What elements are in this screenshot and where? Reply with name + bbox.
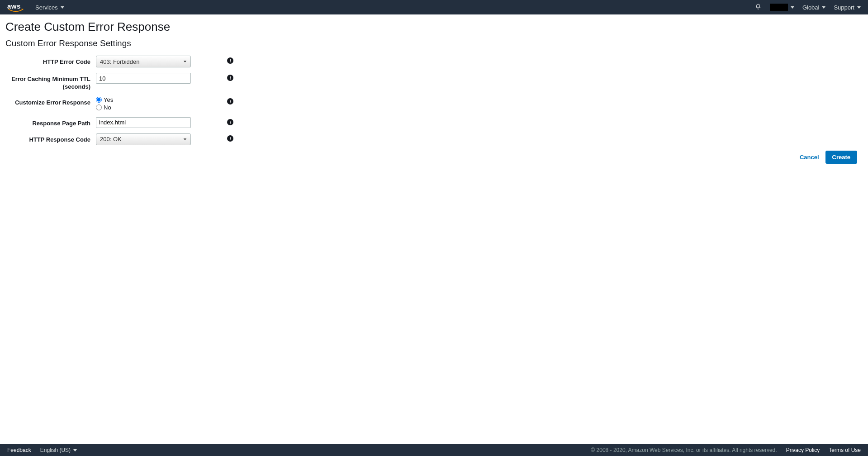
account-name-redacted: [770, 4, 788, 11]
customize-yes-radio[interactable]: [96, 97, 102, 103]
label-http-error-code: HTTP Error Code: [5, 56, 96, 66]
header-left: aws Services: [7, 2, 64, 12]
cancel-button[interactable]: Cancel: [800, 154, 819, 161]
info-icon[interactable]: i: [227, 135, 233, 142]
header-right: Global Support: [754, 3, 861, 12]
aws-logo[interactable]: aws: [7, 2, 24, 12]
info-icon[interactable]: i: [227, 57, 233, 64]
svg-text:i: i: [230, 119, 231, 124]
account-menu[interactable]: [770, 4, 794, 11]
info-icon[interactable]: i: [227, 119, 233, 125]
row-response-page-path: Response Page Path i: [5, 117, 863, 128]
label-caching-ttl: Error Caching Minimum TTL (seconds): [5, 73, 96, 91]
http-response-code-select[interactable]: 200: OK: [96, 133, 191, 145]
http-response-code-value: 200: OK: [100, 136, 122, 142]
region-label: Global: [802, 4, 820, 11]
info-icon[interactable]: i: [227, 98, 233, 104]
label-http-response-code: HTTP Response Code: [5, 133, 96, 144]
caching-ttl-input[interactable]: [96, 73, 191, 84]
copyright-text: © 2008 - 2020, Amazon Web Services, Inc.…: [591, 447, 777, 453]
caret-down-icon: [857, 6, 861, 9]
page-title: Create Custom Error Response: [5, 20, 863, 34]
info-icon[interactable]: i: [227, 75, 233, 81]
customize-no-label: No: [104, 104, 111, 111]
services-label: Services: [35, 4, 58, 11]
http-error-code-select[interactable]: 403: Forbidden: [96, 56, 191, 67]
services-menu[interactable]: Services: [35, 4, 64, 11]
create-button[interactable]: Create: [825, 151, 857, 164]
global-header: aws Services Global Support: [0, 0, 868, 14]
feedback-link[interactable]: Feedback: [7, 447, 31, 453]
chevron-down-icon: [183, 135, 187, 143]
footer-right: © 2008 - 2020, Amazon Web Services, Inc.…: [591, 447, 861, 453]
svg-text:i: i: [230, 58, 231, 63]
language-label: English (US): [40, 447, 71, 453]
global-footer: Feedback English (US) © 2008 - 2020, Ama…: [0, 444, 868, 456]
caret-down-icon: [73, 449, 77, 451]
privacy-link[interactable]: Privacy Policy: [786, 447, 820, 453]
notifications-icon[interactable]: [754, 3, 762, 12]
svg-text:i: i: [230, 76, 231, 81]
terms-link[interactable]: Terms of Use: [829, 447, 861, 453]
row-http-response-code: HTTP Response Code 200: OK i: [5, 133, 863, 145]
caret-down-icon: [822, 6, 825, 9]
settings-form: HTTP Error Code 403: Forbidden i Er: [5, 56, 863, 145]
label-response-page-path: Response Page Path: [5, 117, 96, 128]
customize-no-radio[interactable]: [96, 104, 102, 110]
customize-yes-label: Yes: [104, 96, 113, 103]
customize-no-option[interactable]: No: [96, 104, 191, 111]
caret-down-icon: [791, 6, 794, 9]
customize-yes-option[interactable]: Yes: [96, 96, 191, 103]
form-actions: Cancel Create: [5, 151, 863, 164]
support-menu[interactable]: Support: [834, 4, 861, 11]
label-customize: Customize Error Response: [5, 96, 96, 107]
region-menu[interactable]: Global: [802, 4, 826, 11]
svg-text:i: i: [230, 136, 231, 141]
caret-down-icon: [61, 6, 64, 9]
row-customize: Customize Error Response Yes No i: [5, 96, 863, 112]
http-error-code-value: 403: Forbidden: [100, 58, 139, 65]
response-page-path-input[interactable]: [96, 117, 191, 128]
language-menu[interactable]: English (US): [40, 447, 77, 453]
section-title: Custom Error Response Settings: [5, 38, 863, 48]
chevron-down-icon: [183, 57, 187, 66]
row-caching-ttl: Error Caching Minimum TTL (seconds) i: [5, 73, 863, 91]
main-content: Create Custom Error Response Custom Erro…: [0, 14, 868, 444]
footer-left: Feedback English (US): [7, 447, 77, 453]
support-label: Support: [834, 4, 854, 11]
svg-text:i: i: [230, 99, 231, 104]
row-http-error-code: HTTP Error Code 403: Forbidden i: [5, 56, 863, 67]
